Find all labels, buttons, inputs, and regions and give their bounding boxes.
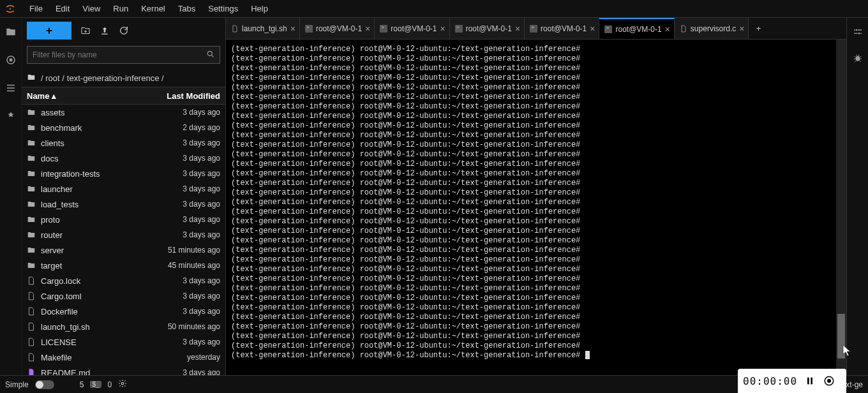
terminal-line: (text-generation-inference) root@VM-0-12…: [231, 73, 841, 83]
file-row[interactable]: Cargo.lock3 days ago: [22, 273, 225, 288]
file-row[interactable]: load_tests3 days ago: [22, 196, 225, 212]
file-name: server: [41, 246, 144, 255]
mode-label: Simple: [5, 380, 29, 389]
file-row[interactable]: launch_tgi.sh50 minutes ago: [22, 319, 225, 334]
file-row[interactable]: integration-tests3 days ago: [22, 166, 225, 181]
scrollbar[interactable]: [836, 40, 846, 375]
svg-point-11: [827, 379, 831, 383]
toc-icon[interactable]: [4, 82, 17, 94]
menu-run[interactable]: Run: [107, 1, 135, 16]
close-icon[interactable]: ×: [590, 24, 595, 34]
menu-settings[interactable]: Settings: [202, 1, 244, 16]
svg-rect-2: [9, 59, 12, 62]
pause-button[interactable]: [804, 374, 816, 387]
file-modified: 3 days ago: [144, 215, 220, 224]
tab[interactable]: launch_tgi.sh×: [226, 18, 300, 39]
menu-view[interactable]: View: [76, 1, 107, 16]
file-row[interactable]: LICENSE3 days ago: [22, 334, 225, 350]
property-inspector-icon[interactable]: [852, 27, 864, 38]
menu-help[interactable]: Help: [244, 1, 274, 16]
file-row[interactable]: assets3 days ago: [22, 105, 225, 120]
file-icon: [27, 307, 38, 316]
tab[interactable]: supervisord.c×: [675, 18, 749, 39]
extensions-icon[interactable]: [4, 110, 17, 122]
file-row[interactable]: Makefileyesterday: [22, 350, 225, 365]
terminal-output[interactable]: (text-generation-inference) root@VM-0-12…: [226, 40, 846, 375]
file-row[interactable]: launcher3 days ago: [22, 181, 225, 196]
menu-edit[interactable]: Edit: [49, 1, 76, 16]
breadcrumb-folder[interactable]: text-generation-inference /: [67, 73, 164, 83]
file-table-header: Name▴ Last Modified: [22, 87, 225, 105]
terminal-line: (text-generation-inference) root@VM-0-12…: [231, 274, 841, 284]
file-icon: [27, 322, 38, 331]
file-icon: [27, 337, 38, 346]
close-icon[interactable]: ×: [515, 24, 520, 34]
file-name: docs: [41, 154, 144, 163]
new-launcher-button[interactable]: +: [27, 22, 71, 40]
running-icon[interactable]: [4, 54, 17, 66]
refresh-icon[interactable]: [119, 26, 129, 36]
terminal-line: (text-generation-inference) root@VM-0-12…: [231, 303, 841, 313]
file-name: target: [41, 261, 144, 271]
terminal-line: (text-generation-inference) root@VM-0-12…: [231, 102, 841, 112]
terminal-line: (text-generation-inference) root@VM-0-12…: [231, 351, 841, 360]
file-row[interactable]: README.md3 days ago: [22, 365, 225, 375]
close-icon[interactable]: ×: [665, 24, 670, 34]
tab-label: root@VM-0-1: [466, 24, 512, 33]
mode-toggle[interactable]: [35, 380, 54, 389]
terminal-line: (text-generation-inference) root@VM-0-12…: [231, 313, 841, 322]
search-icon: [206, 50, 215, 61]
new-folder-icon[interactable]: [80, 26, 91, 36]
close-icon[interactable]: ×: [440, 24, 445, 34]
tab-label: launch_tgi.sh: [242, 24, 287, 33]
file-modified: 3 days ago: [144, 368, 220, 375]
filter-input[interactable]: [27, 46, 220, 64]
right-sidebar: [846, 18, 868, 375]
tab[interactable]: root@VM-0-1×: [599, 18, 674, 39]
svg-point-0: [10, 8, 11, 10]
gear-icon[interactable]: [118, 379, 127, 390]
file-row[interactable]: Dockerfile3 days ago: [22, 304, 225, 319]
menu-tabs[interactable]: Tabs: [172, 1, 202, 16]
breadcrumb-root[interactable]: / root /: [41, 73, 64, 83]
scrollbar-thumb[interactable]: [837, 314, 845, 359]
file-modified: 3 days ago: [144, 200, 220, 209]
tab[interactable]: root@VM-0-1×: [450, 18, 525, 39]
col-modified-header[interactable]: Last Modified: [144, 91, 220, 101]
menu-file[interactable]: File: [23, 1, 49, 16]
folder-icon[interactable]: [4, 26, 17, 38]
kernel-count[interactable]: 0: [108, 380, 112, 389]
upload-icon[interactable]: [100, 26, 110, 36]
file-row[interactable]: benchmark2 days ago: [22, 120, 225, 135]
terminal-count[interactable]: 5: [80, 380, 84, 389]
file-row[interactable]: target45 minutes ago: [22, 258, 225, 273]
svg-point-4: [855, 29, 857, 31]
close-icon[interactable]: ×: [365, 24, 370, 34]
file-icon: [27, 276, 38, 285]
file-row[interactable]: proto3 days ago: [22, 212, 225, 227]
debugger-icon[interactable]: [852, 52, 864, 64]
close-icon[interactable]: ×: [739, 24, 744, 34]
tab[interactable]: root@VM-0-1×: [300, 18, 375, 39]
file-row[interactable]: Cargo.toml3 days ago: [22, 288, 225, 304]
file-row[interactable]: server51 minutes ago: [22, 242, 225, 258]
file-row[interactable]: clients3 days ago: [22, 135, 225, 151]
file-modified: 3 days ago: [144, 108, 220, 117]
add-tab-button[interactable]: +: [749, 18, 768, 39]
file-name: router: [41, 230, 144, 240]
jupyter-logo[interactable]: [3, 1, 18, 17]
tab[interactable]: root@VM-0-1×: [375, 18, 449, 39]
file-row[interactable]: router3 days ago: [22, 227, 225, 242]
folder-icon: [27, 246, 38, 255]
close-icon[interactable]: ×: [290, 24, 296, 34]
terminal-line: (text-generation-inference) root@VM-0-12…: [231, 255, 841, 265]
menu-kernel[interactable]: Kernel: [135, 1, 172, 16]
terminal-icon: [530, 25, 537, 33]
file-row[interactable]: docs3 days ago: [22, 151, 225, 166]
tab[interactable]: root@VM-0-1×: [525, 18, 599, 39]
file-name: Cargo.toml: [41, 292, 144, 301]
stop-button[interactable]: [823, 374, 835, 387]
col-name-header[interactable]: Name▴: [27, 91, 144, 101]
folder-icon: [27, 261, 38, 270]
folder-icon: [27, 154, 38, 163]
